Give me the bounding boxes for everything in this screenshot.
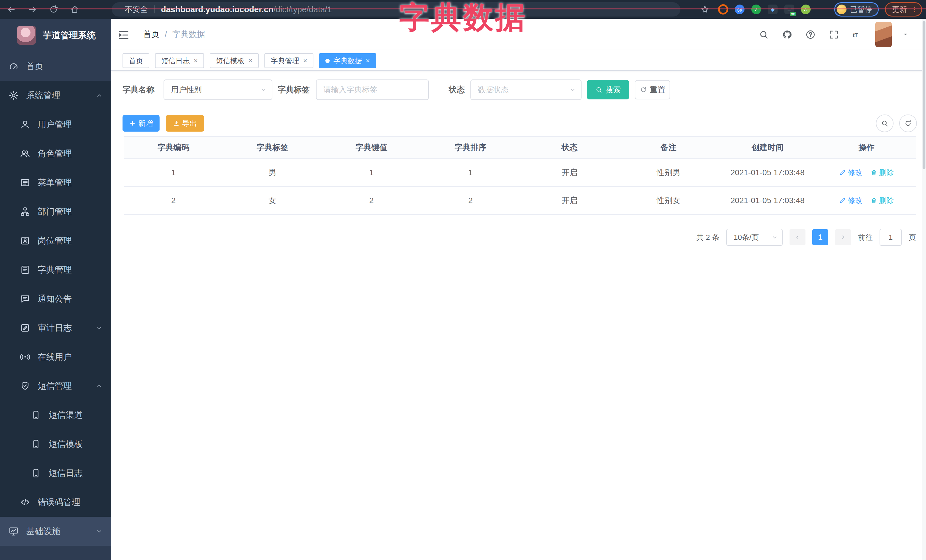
prev-page-button[interactable] [790,229,805,245]
navbar-fullscreen-icon[interactable] [827,28,841,41]
extension-orange-ring-icon[interactable] [717,4,729,15]
sidebar-item-短信管理[interactable]: 短信管理 [0,371,111,400]
refresh-table-button[interactable] [899,115,917,132]
sidebar-item-角色管理[interactable]: 角色管理 [0,139,111,168]
breadcrumb-home[interactable]: 首页 [143,29,160,40]
sidebar-item-用户管理[interactable]: 用户管理 [0,110,111,139]
home-icon [70,5,80,14]
sidebar-logo-area[interactable]: 芋道管理系统 [0,19,111,52]
column-header-字典排序: 字典排序 [421,137,520,158]
browser-update-button[interactable]: 更新 [885,2,922,17]
delete-link[interactable]: 删除 [870,196,894,206]
page-size-select[interactable]: 10条/页 [726,229,783,246]
table-row-2: 2女22开启性别女2021-01-05 17:03:48修改删除 [124,187,916,215]
add-button[interactable]: 新增 [123,115,160,131]
table-cell: 1 [421,159,520,186]
sidebar-item-错误码管理[interactable]: 错误码管理 [0,488,111,517]
chat-icon [20,294,30,304]
sidebar-item-通知公告[interactable]: 通知公告 [0,284,111,313]
sidebar-item-短信日志[interactable]: 短信日志 [0,459,111,488]
avatar-caret-down-icon[interactable] [902,31,909,38]
export-button[interactable]: 导出 [166,115,204,131]
chat-icon-wrap [20,294,30,304]
extension-teal-bars-icon[interactable]: ◆ [767,4,778,15]
trash-icon [870,169,877,176]
badge-icon [20,235,30,246]
paused-label: 已暂停 [850,5,872,15]
table-cell: 性别男 [619,159,718,186]
refresh-icon [904,119,912,127]
monitor-icon-wrap [9,526,19,536]
status-select[interactable]: 数据状态 [471,80,581,100]
browser-home-button[interactable] [68,3,81,16]
url-path: /dict/type/data/1 [274,5,332,14]
sidebar-item-岗位管理[interactable]: 岗位管理 [0,226,111,255]
sidebar-item-审计日志[interactable]: 审计日志 [0,313,111,343]
extension-blue-drop-icon[interactable]: ◎ [734,4,745,15]
tab-短信模板[interactable]: 短信模板× [210,53,259,68]
navbar-github-icon[interactable] [780,28,794,41]
address-divider [154,5,155,14]
bookmark-star-icon[interactable] [699,3,711,16]
tab-字典管理[interactable]: 字典管理× [265,53,313,68]
navbar-question-icon[interactable] [803,28,817,41]
navbar-fontsize-icon[interactable]: tT [850,28,864,41]
dict-name-select[interactable]: 用户性别 [163,80,272,100]
delete-label: 删除 [879,168,894,178]
extension-green-check-icon[interactable]: ✓ [750,4,762,15]
browser-forward-button[interactable] [26,3,39,16]
fold-icon [118,29,129,41]
browser-menu-icon[interactable] [911,6,918,13]
scrollbar-thumb[interactable] [923,21,925,169]
address-bar[interactable]: 不安全 dashboard.yudao.iocoder.cn /dict/typ… [112,2,680,17]
tab-close-icon[interactable]: × [194,57,198,65]
sidebar-item-在线用户[interactable]: 在线用户 [0,343,111,371]
edit-link[interactable]: 修改 [839,196,862,206]
user-avatar[interactable] [875,22,892,47]
sidebar-item-菜单管理[interactable]: 菜单管理 [0,168,111,197]
next-page-button[interactable] [835,229,851,245]
current-page-button[interactable]: 1 [812,229,828,245]
tab-短信日志[interactable]: 短信日志× [155,53,204,68]
toggle-search-button[interactable] [876,115,894,132]
dict-name-label: 字典名称 [123,80,154,100]
sidebar-item-部门管理[interactable]: 部门管理 [0,197,111,226]
search-button[interactable]: 搜索 [587,80,629,100]
tab-close-icon[interactable]: × [248,57,253,65]
extension-paused-badge[interactable]: 已暂停 [834,2,879,17]
sidebar-item-短信模板[interactable]: 短信模板 [0,430,111,459]
extension-green-grid-icon[interactable]: ∴ [800,4,811,15]
delete-link[interactable]: 删除 [870,168,894,178]
edit-link[interactable]: 修改 [839,168,862,178]
tab-close-icon[interactable]: × [303,57,307,65]
status-label: 状态 [449,80,465,100]
goto-page-input[interactable] [879,229,902,246]
extension-puzzle-icon[interactable] [817,4,828,15]
reset-button[interactable]: 重置 [635,80,670,100]
sidebar-item-label: 字典管理 [38,264,72,276]
sidebar-item-短信渠道[interactable]: 短信渠道 [0,400,111,430]
browser-back-button[interactable] [5,3,18,16]
extension-on-badge-icon[interactable]: ≣on [784,4,795,15]
tab-首页[interactable]: 首页 [123,53,149,68]
navbar-search-icon[interactable] [757,28,770,41]
sidebar-item-系统管理[interactable]: 系统管理 [0,81,111,110]
browser-reload-button[interactable] [47,3,60,16]
table-cell: 2 [124,187,223,214]
sidebar-item-首页[interactable]: 首页 [0,52,111,81]
plus-icon [129,120,136,127]
download-icon [173,120,180,127]
tab-字典数据[interactable]: 字典数据× [319,53,376,68]
column-header-备注: 备注 [619,137,718,158]
dict-label-input[interactable]: 请输入字典标签 [316,80,429,100]
table-cell: 1 [124,159,223,186]
tab-close-icon[interactable]: × [366,57,370,65]
online-icon [20,352,30,362]
sidebar-item-基础设施[interactable]: 基础设施 [0,517,111,546]
not-secure-label: 不安全 [125,4,148,15]
sidebar-fold-icon[interactable] [117,28,130,42]
edit-icon [839,197,846,204]
phone-icon [31,410,41,420]
sidebar-item-字典管理[interactable]: 字典管理 [0,255,111,284]
sidebar-item-label: 菜单管理 [38,177,72,189]
